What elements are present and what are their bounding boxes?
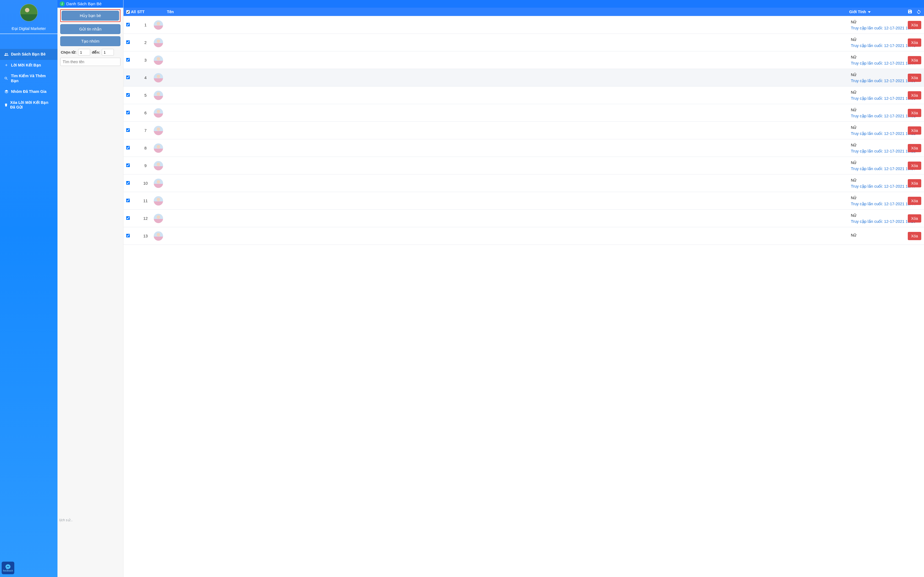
feedback-button[interactable]: feedback: [2, 562, 14, 574]
row-checkbox[interactable]: [126, 146, 130, 150]
delete-button[interactable]: Xóa: [908, 39, 921, 47]
sidebar-item-friend-requests[interactable]: Lời Mời Kết Bạn: [0, 60, 58, 71]
sidebar-item-label: Lời Mời Kết Bạn: [11, 63, 41, 68]
unfriend-button[interactable]: Hủy bạn bè: [61, 11, 119, 21]
row-stt: 8: [137, 146, 154, 150]
sidebar-item-groups[interactable]: Nhóm Đã Tham Gia: [0, 86, 58, 97]
avatar[interactable]: [154, 126, 163, 135]
table-row[interactable]: 9 Cẩm Ngà ID: 9 Nữ Truy cập lần cuối: 12…: [123, 157, 924, 174]
sidebar-item-delete-sent-requests[interactable]: Xóa Lời Mời Kết Bạn Đã Gửi: [0, 97, 58, 113]
row-gender: Nữ: [851, 233, 906, 237]
table-row[interactable]: 5 Bùi Ngà ID: 2 Nữ Truy cập lần cuối: 12…: [123, 87, 924, 104]
avatar[interactable]: [154, 73, 163, 82]
row-checkbox[interactable]: [126, 110, 130, 114]
delete-button[interactable]: Xóa: [908, 144, 921, 152]
range-from-input[interactable]: [78, 49, 90, 55]
range-selector: Chọn từ: đến:: [58, 48, 123, 58]
avatar[interactable]: [154, 108, 163, 118]
delete-button[interactable]: Xóa: [908, 179, 921, 187]
profile-avatar[interactable]: [20, 4, 38, 21]
feedback-label: feedback: [3, 569, 13, 572]
avatar[interactable]: [154, 196, 163, 206]
range-to-input[interactable]: [102, 49, 114, 55]
avatar[interactable]: [154, 20, 163, 30]
row-checkbox[interactable]: [126, 40, 130, 44]
delete-button[interactable]: Xóa: [908, 74, 921, 82]
row-gender: Nữ: [851, 213, 906, 218]
row-stt: 11: [137, 199, 154, 203]
row-checkbox[interactable]: [126, 58, 130, 61]
row-gender-cell: Nữ Truy cập lần cuối: 12-17-2021 18:44: [851, 196, 906, 206]
panel-header: i Danh Sách Bạn Bè: [58, 0, 123, 8]
table-header: All STT Tên Giới Tính: [123, 8, 924, 16]
avatar[interactable]: [154, 91, 163, 100]
info-icon[interactable]: i: [60, 2, 65, 6]
table-row[interactable]: 11 Hoà Ngà ID: 7 Nữ Truy cập lần cuối: 1…: [123, 192, 924, 210]
row-stt: 13: [137, 234, 154, 238]
avatar[interactable]: [154, 214, 163, 223]
delete-button[interactable]: Xóa: [908, 109, 921, 117]
table-row[interactable]: 1 Tống Ngà ID: 5 Nữ Truy cập lần cuối: 1…: [123, 16, 924, 34]
friends-table-body[interactable]: 1 Tống Ngà ID: 5 Nữ Truy cập lần cuối: 1…: [123, 16, 924, 577]
profile-block: Đại Digital Marketer: [0, 0, 58, 34]
avatar[interactable]: [154, 38, 163, 47]
action-panel: i Danh Sách Bạn Bè Hủy bạn bè Gửi tin nh…: [58, 0, 123, 577]
select-all-checkbox[interactable]: [126, 10, 130, 14]
delete-button[interactable]: Xóa: [908, 56, 921, 64]
row-gender-cell: Nữ Truy cập lần cuối: 12-17-2021 19:12: [851, 125, 906, 136]
table-row[interactable]: 4 Thảo Ngà ID: 4 Nữ Truy cập lần cuối: 1…: [123, 69, 924, 87]
send-message-button[interactable]: Gửi tin nhắn: [60, 24, 120, 34]
row-checkbox[interactable]: [126, 181, 130, 185]
delete-button[interactable]: Xóa: [908, 232, 921, 240]
sidebar-item-label: Xóa Lời Mời Kết Bạn Đã Gửi: [10, 100, 53, 110]
panel-title: Danh Sách Bạn Bè: [66, 2, 102, 6]
row-gender-cell: Nữ Truy cập lần cuối: 12-17-2021 18:47: [851, 178, 906, 189]
row-gender-cell: Nữ Truy cập lần cuối: 12-17-2021 19:47: [851, 20, 906, 30]
delete-button[interactable]: Xóa: [908, 214, 921, 222]
layers-icon: [4, 90, 9, 94]
col-gender-label: Giới Tính: [849, 10, 866, 14]
avatar[interactable]: [154, 143, 163, 153]
avatar[interactable]: [154, 55, 163, 65]
delete-button[interactable]: Xóa: [908, 161, 921, 170]
row-gender-cell: Nữ Truy cập lần cuối: 12-17-2021 19:46: [851, 37, 906, 48]
table-row[interactable]: 3 Cẩm Ngà ID: 5 Nữ Truy cập lần cuối: 12…: [123, 52, 924, 69]
row-checkbox[interactable]: [126, 93, 130, 97]
range-to-label: đến:: [92, 50, 100, 55]
col-select-all[interactable]: All: [126, 10, 137, 14]
row-checkbox[interactable]: [126, 128, 130, 132]
table-row[interactable]: 10 Kid' Ngà ID: 2 Nữ Truy cập lần cuối: …: [123, 174, 924, 192]
delete-button[interactable]: Xóa: [908, 21, 921, 29]
main-content: All STT Tên Giới Tính 1 Tống Ngà ID: 5: [123, 0, 924, 577]
delete-button[interactable]: Xóa: [908, 126, 921, 135]
table-row[interactable]: 6 Võ T Ngà ID: 3 Nữ Truy cập lần cuối: 1…: [123, 104, 924, 122]
table-row[interactable]: 2 Ngo Ngà ID: 1 Nữ Truy cập lần cuối: 12…: [123, 34, 924, 52]
sidebar-item-label: Danh Sách Bạn Bè: [11, 52, 46, 57]
table-row[interactable]: 13 Vũ H Ngà ID: Nữ Xóa: [123, 227, 924, 245]
table-row[interactable]: 8 Joy Ngà ID: 1 Nữ Truy cập lần cuối: 12…: [123, 139, 924, 157]
row-checkbox[interactable]: [126, 234, 130, 237]
avatar[interactable]: [154, 231, 163, 241]
row-gender: Nữ: [851, 55, 906, 60]
row-checkbox[interactable]: [126, 163, 130, 167]
row-checkbox[interactable]: [126, 23, 130, 26]
row-stt: 7: [137, 128, 154, 133]
row-checkbox[interactable]: [126, 198, 130, 202]
row-stt: 10: [137, 181, 154, 185]
create-group-button[interactable]: Tạo nhóm: [60, 36, 120, 46]
sidebar-item-search-add[interactable]: Tìm Kiếm Và Thêm Bạn: [0, 71, 58, 86]
avatar[interactable]: [154, 161, 163, 170]
table-row[interactable]: 12 Ngo Ngà ID: 2 Nữ Truy cập lần cuối: 1…: [123, 210, 924, 227]
search-name-input[interactable]: [60, 58, 120, 66]
delete-button[interactable]: Xóa: [908, 91, 921, 100]
row-checkbox[interactable]: [126, 216, 130, 220]
delete-button[interactable]: Xóa: [908, 197, 921, 205]
table-row[interactable]: 7 Thu Ngà ID: 4 Nữ Truy cập lần cuối: 12…: [123, 122, 924, 139]
sidebar-item-friends-list[interactable]: Danh Sách Bạn Bè: [0, 49, 58, 60]
save-icon[interactable]: [908, 9, 913, 15]
row-stt: 6: [137, 111, 154, 115]
col-gender-sort[interactable]: Giới Tính: [849, 10, 904, 14]
refresh-icon[interactable]: [916, 9, 921, 15]
row-checkbox[interactable]: [126, 75, 130, 79]
avatar[interactable]: [154, 179, 163, 188]
